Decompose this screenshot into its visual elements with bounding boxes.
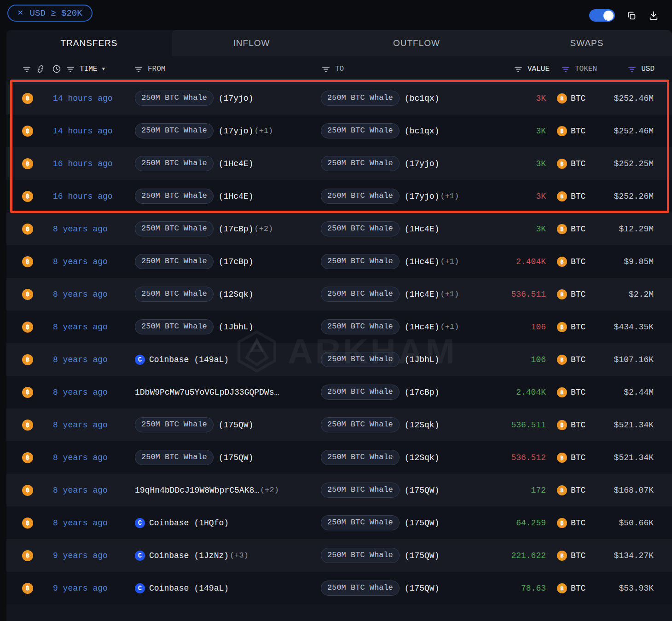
tab-inflow[interactable]: INFLOW <box>172 30 331 56</box>
address-link[interactable]: (17cBp) <box>405 388 440 397</box>
entity-pill[interactable]: 250M BTC Whale <box>321 254 400 269</box>
address-link[interactable]: (175QW) <box>219 453 254 462</box>
address-link[interactable]: (1Hc4E) <box>405 290 440 299</box>
table-row[interactable]: ฿14 hours ago250M BTC Whale(17yjo)(+1)25… <box>6 115 672 147</box>
address-link[interactable]: (175QW) <box>405 518 440 528</box>
address-link[interactable]: (1JzNz) <box>194 551 229 560</box>
transfer-time-link[interactable]: 14 hours ago <box>33 126 135 136</box>
filter-icon[interactable] <box>561 64 570 74</box>
raw-address[interactable]: 19qHn4bDDcJ19W8WbprC5AK8… <box>135 486 259 495</box>
table-row[interactable]: ฿9 years agoCCoinbase(149aL)250M BTC Wha… <box>6 572 672 604</box>
transfer-time-link[interactable]: 8 years ago <box>33 322 135 332</box>
transfer-time-link[interactable]: 8 years ago <box>33 420 135 430</box>
address-link[interactable]: (17cBp) <box>219 224 254 234</box>
filter-icon[interactable] <box>514 64 523 74</box>
address-link[interactable]: (17cBp) <box>219 257 254 266</box>
entity-pill[interactable]: 250M BTC Whale <box>135 123 214 138</box>
entity-pill[interactable]: 250M BTC Whale <box>321 91 400 105</box>
entity-pill[interactable]: 250M BTC Whale <box>135 221 214 236</box>
transfer-time-link[interactable]: 8 years ago <box>33 224 135 234</box>
table-row[interactable]: ฿8 years ago19qHn4bDDcJ19W8WbprC5AK8…(+2… <box>6 474 672 506</box>
chip-close-icon[interactable]: × <box>17 8 23 18</box>
entity-pill[interactable]: 250M BTC Whale <box>135 287 214 301</box>
entity-pill[interactable]: 250M BTC Whale <box>135 254 214 269</box>
entity-pill[interactable]: 250M BTC Whale <box>321 287 400 301</box>
copy-icon[interactable] <box>626 10 637 21</box>
column-header-token[interactable]: TOKEN <box>575 65 597 73</box>
address-link[interactable]: (bc1qx) <box>405 126 440 136</box>
table-row[interactable]: ฿8 years ago250M BTC Whale(175QW)250M BT… <box>6 441 672 474</box>
address-link[interactable]: (149aL) <box>194 355 229 364</box>
filter-icon[interactable] <box>134 64 143 74</box>
table-row[interactable]: ฿14 hours ago250M BTC Whale(17yjo)250M B… <box>6 82 672 115</box>
filter-icon[interactable] <box>66 64 75 74</box>
entity-pill[interactable]: 250M BTC Whale <box>321 515 400 530</box>
transfer-time-link[interactable]: 8 years ago <box>33 290 135 299</box>
entity-pill[interactable]: 250M BTC Whale <box>321 156 400 171</box>
table-row[interactable]: ฿8 years ago250M BTC Whale(17cBp)250M BT… <box>6 245 672 278</box>
transfer-time-link[interactable]: 16 hours ago <box>33 192 135 201</box>
table-row[interactable]: ฿8 years ago1DbW9PcMw7u5YoVGLpDJ33GQPDWs… <box>6 376 672 408</box>
column-header-to[interactable]: TO <box>335 65 344 73</box>
usd-filter-chip[interactable]: × USD ≥ $20K <box>7 5 93 22</box>
entity-pill[interactable]: 250M BTC Whale <box>321 548 400 563</box>
address-link[interactable]: (175QW) <box>405 551 440 560</box>
table-row[interactable]: ฿9 years agoCCoinbase(1JzNz)(+3)250M BTC… <box>6 539 672 572</box>
table-row[interactable]: ฿16 hours ago250M BTC Whale(1Hc4E)250M B… <box>6 180 672 213</box>
entity-label[interactable]: Coinbase <box>149 518 189 528</box>
transfer-time-link[interactable]: 9 years ago <box>33 551 135 560</box>
entity-pill[interactable]: 250M BTC Whale <box>135 189 214 203</box>
tab-swaps[interactable]: SWAPS <box>502 30 672 56</box>
transfer-time-link[interactable]: 9 years ago <box>33 584 135 593</box>
transfer-time-link[interactable]: 14 hours ago <box>33 94 135 103</box>
filter-icon[interactable] <box>627 64 637 74</box>
entity-pill[interactable]: 250M BTC Whale <box>135 450 214 465</box>
entity-pill[interactable]: 250M BTC Whale <box>135 319 214 334</box>
table-row[interactable]: ฿8 years ago250M BTC Whale(175QW)250M BT… <box>6 408 672 441</box>
entity-pill[interactable]: 250M BTC Whale <box>321 581 400 595</box>
entity-pill[interactable]: 250M BTC Whale <box>321 385 400 399</box>
entity-label[interactable]: Coinbase <box>149 551 189 560</box>
address-link[interactable]: (1Hc4E) <box>405 322 440 332</box>
address-link[interactable]: (175QW) <box>405 486 440 495</box>
entity-pill[interactable]: 250M BTC Whale <box>321 189 400 203</box>
entity-pill[interactable]: 250M BTC Whale <box>321 450 400 465</box>
table-row[interactable]: ฿16 hours ago250M BTC Whale(1Hc4E)250M B… <box>6 147 672 180</box>
address-link[interactable]: (12Sqk) <box>405 453 440 462</box>
entity-pill[interactable]: 250M BTC Whale <box>321 417 400 432</box>
entity-label[interactable]: Coinbase <box>149 355 189 364</box>
address-link[interactable]: (175QW) <box>219 420 254 430</box>
entity-pill[interactable]: 250M BTC Whale <box>321 123 400 138</box>
table-row[interactable]: ฿8 years agoCCoinbase(1HQfo)250M BTC Wha… <box>6 506 672 539</box>
address-link[interactable]: (1HQfo) <box>194 518 229 528</box>
clock-icon[interactable] <box>52 64 61 74</box>
tab-outflow[interactable]: OUTFLOW <box>331 30 502 56</box>
table-row[interactable]: ฿8 years ago250M BTC Whale(17cBp)(+2)250… <box>6 213 672 245</box>
filter-icon[interactable] <box>22 64 31 74</box>
column-header-time[interactable]: TIME <box>80 65 97 73</box>
entity-pill[interactable]: 250M BTC Whale <box>321 352 400 367</box>
view-toggle[interactable] <box>589 9 615 22</box>
raw-address[interactable]: 1DbW9PcMw7u5YoVGLpDJ33GQPDWs… <box>135 388 279 397</box>
chevron-down-icon[interactable]: ▼ <box>102 66 105 72</box>
transfer-time-link[interactable]: 8 years ago <box>33 486 135 495</box>
entity-pill[interactable]: 250M BTC Whale <box>321 221 400 236</box>
entity-label[interactable]: Coinbase <box>149 584 189 593</box>
column-header-from[interactable]: FROM <box>148 65 165 73</box>
column-header-usd[interactable]: USD <box>641 65 655 73</box>
entity-pill[interactable]: 250M BTC Whale <box>135 156 214 171</box>
entity-pill[interactable]: 250M BTC Whale <box>321 319 400 334</box>
address-link[interactable]: (bc1qx) <box>405 94 440 103</box>
column-header-value[interactable]: VALUE <box>527 65 550 73</box>
table-row[interactable]: ฿8 years ago250M BTC Whale(1JbhL)250M BT… <box>6 310 672 343</box>
entity-pill[interactable]: 250M BTC Whale <box>135 417 214 432</box>
transfer-time-link[interactable]: 8 years ago <box>33 257 135 266</box>
transfer-time-link[interactable]: 8 years ago <box>33 355 135 364</box>
address-link[interactable]: (17yjo) <box>405 159 440 168</box>
transfer-time-link[interactable]: 8 years ago <box>33 388 135 397</box>
address-link[interactable]: (1JbhL) <box>405 355 440 364</box>
transfer-time-link[interactable]: 8 years ago <box>33 453 135 462</box>
download-icon[interactable] <box>648 10 659 21</box>
transfer-time-link[interactable]: 16 hours ago <box>33 159 135 168</box>
address-link[interactable]: (1Hc4E) <box>219 159 254 168</box>
